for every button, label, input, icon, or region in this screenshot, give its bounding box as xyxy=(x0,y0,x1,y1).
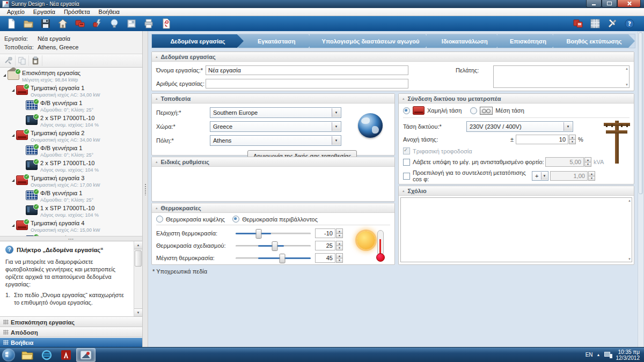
panel-header[interactable]: ▴ Σχόλιο xyxy=(399,186,634,196)
taskbar-ie-button[interactable] xyxy=(38,349,56,361)
cosphi-spinner[interactable]: ▲▼ xyxy=(588,171,595,181)
expand-arrow-icon[interactable] xyxy=(3,74,6,77)
tree-item-subproject[interactable]: Τμηματική εργασία 4Ονομαστική ισχύς AC: … xyxy=(0,220,142,234)
cell-temperature-radio[interactable] xyxy=(156,216,163,223)
tray-clock[interactable]: 10:35 πμ 12/3/2012 xyxy=(616,349,640,361)
tree-item-inverter[interactable]: 2 x STP 17000TL-10Λόγος ονομ. ισχύος: 10… xyxy=(0,160,142,174)
menu-help[interactable]: Βοήθεια xyxy=(95,9,123,15)
scroll-down-icon[interactable]: ▼ xyxy=(134,308,142,316)
tree-item-pv-generator[interactable]: Φ/Β γεννήτρια 1Αζιμούθιο: 0°; Κλίση: 25° xyxy=(0,145,142,159)
paste-button[interactable] xyxy=(29,55,42,66)
min-temperature-slider[interactable] xyxy=(236,228,311,238)
scroll-up-icon[interactable]: ▲ xyxy=(134,241,142,249)
design-temperature-input[interactable] xyxy=(315,241,335,250)
min-temperature-spinner[interactable]: ▲▼ xyxy=(336,228,343,238)
tray-language[interactable]: EN xyxy=(586,352,593,358)
wizard-step-cable-sizing[interactable]: Υπολογισμός διαστάσεων αγωγού xyxy=(310,34,432,48)
project-number-input[interactable] xyxy=(206,79,408,88)
tree-item-subproject[interactable]: Τμηματική εργασία 1Ονομαστική ισχύς AC: … xyxy=(0,85,142,99)
start-button[interactable] xyxy=(2,349,15,361)
accordion-help[interactable]: Βοήθεια xyxy=(0,337,142,348)
ambient-temperature-radio[interactable] xyxy=(232,216,239,223)
dropdown-arrow-icon[interactable]: ▼ xyxy=(332,136,340,145)
scroll-thumb[interactable] xyxy=(135,250,142,267)
module-database-button[interactable] xyxy=(588,17,602,30)
tree-item-subproject[interactable]: Τμηματική εργασία 2Ονομαστική ισχύς AC: … xyxy=(0,130,142,144)
minimize-button[interactable] xyxy=(586,0,602,8)
slider-thumb[interactable] xyxy=(272,241,277,251)
network-icon[interactable] xyxy=(604,352,612,358)
medium-voltage-radio[interactable] xyxy=(470,107,477,114)
tip-button[interactable] xyxy=(107,17,121,30)
expand-arrow-icon[interactable] xyxy=(12,224,14,227)
wizard-step-overview[interactable]: Επισκόπηση xyxy=(497,34,559,48)
tree-item-pv-generator[interactable]: Φ/Β γεννήτρια 1Αζιμούθιο: 0°; Κλίση: 25° xyxy=(0,190,142,204)
max-temperature-input[interactable] xyxy=(315,253,335,263)
design-temperature-slider[interactable] xyxy=(236,241,311,250)
panel-header[interactable]: ▴ Θερμοκρασίες xyxy=(152,203,394,213)
wizard-step-print-assistant[interactable]: Βοηθός εκτύπωσης xyxy=(553,34,635,48)
textarea-scroll-up-icon[interactable]: ▲ xyxy=(628,199,631,202)
max-temperature-spinner[interactable]: ▲▼ xyxy=(336,253,343,263)
dropdown-arrow-icon[interactable]: ▼ xyxy=(332,108,340,117)
help-scrollbar[interactable]: ▲ ▼ xyxy=(134,241,142,316)
slider-thumb[interactable] xyxy=(279,254,285,263)
dropdown-arrow-icon[interactable]: ▼ xyxy=(332,122,340,131)
help-button[interactable]: ? xyxy=(623,17,636,30)
close-button[interactable] xyxy=(617,0,641,8)
maximize-button[interactable] xyxy=(602,0,617,8)
dropdown-arrow-icon[interactable]: ▼ xyxy=(564,122,572,131)
min-temperature-input[interactable] xyxy=(315,228,335,238)
menu-file[interactable]: Αρχείο xyxy=(3,9,28,15)
project-name-input[interactable] xyxy=(206,65,408,75)
panel-header[interactable]: ▴ Δεδομένα εργασίας xyxy=(152,52,634,62)
wizard-step-installation[interactable]: Εγκατάσταση xyxy=(238,34,315,48)
customer-textarea[interactable]: ▲ ▼ xyxy=(493,65,630,88)
new-project-button[interactable] xyxy=(4,17,18,30)
menu-project[interactable]: Εργασία xyxy=(30,9,59,15)
city-dropdown[interactable]: Athens ▼ xyxy=(210,135,341,146)
comment-textarea[interactable]: ▲ ▼ xyxy=(400,197,632,262)
home-button[interactable] xyxy=(56,17,70,30)
voltage-tolerance-spinner[interactable]: ▲▼ xyxy=(569,135,576,144)
vertical-splitter[interactable] xyxy=(143,31,148,348)
unbalanced-load-checkbox[interactable] xyxy=(403,159,410,166)
accordion-project-overview[interactable]: Επισκόπηση εργασίας xyxy=(0,317,142,327)
country-dropdown[interactable]: Greece ▼ xyxy=(210,121,341,132)
print-button[interactable] xyxy=(142,17,156,30)
tree-item-pv-generator[interactable]: Φ/Β γεννήτρια 1Αζιμούθιο: 0°; Κλίση: 25° xyxy=(0,100,142,114)
unbalanced-load-spinner[interactable]: ▲▼ xyxy=(584,157,591,167)
inverter-database-button[interactable] xyxy=(571,17,585,30)
expand-arrow-icon[interactable] xyxy=(12,179,14,182)
voltage-tolerance-input[interactable] xyxy=(516,135,568,144)
report-button[interactable] xyxy=(125,17,138,30)
tray-up-arrow-icon[interactable]: ▲ xyxy=(597,353,601,357)
textarea-scroll-down-icon[interactable]: ▼ xyxy=(628,257,631,261)
grid-voltage-dropdown[interactable]: 230V (230V / 400V) ▼ xyxy=(466,121,573,132)
tree-item-inverter[interactable]: 2 x STP 17000TL-10Λόγος ονομ. ισχύος: 10… xyxy=(0,115,142,129)
panel-header[interactable]: ▴ Τοποθεσία xyxy=(152,94,394,104)
project-devices-button[interactable] xyxy=(73,17,87,30)
taskbar-explorer-button[interactable] xyxy=(18,349,36,361)
tree-item-inverter[interactable]: 1 x STP 17000TL-10Λόγος ονομ. ισχύος: 10… xyxy=(0,205,142,219)
three-phase-checkbox[interactable] xyxy=(403,147,410,154)
wizard-step-project-data[interactable]: Δεδομένα εργασίας xyxy=(152,34,244,48)
panel-header[interactable]: ▴ Ειδικές ρυθμίσεις xyxy=(152,157,394,167)
wizard-step-self-consumption[interactable]: Ιδιοκατανάλωση xyxy=(427,34,503,48)
unbalanced-load-input[interactable] xyxy=(545,157,584,167)
menu-extras[interactable]: Πρόσθετα xyxy=(60,9,94,15)
pdf-export-button[interactable] xyxy=(159,17,173,30)
copy-button[interactable] xyxy=(16,55,29,66)
save-project-button[interactable] xyxy=(39,17,53,30)
settings-button[interactable] xyxy=(605,17,619,30)
accordion-yield[interactable]: Απόδοση xyxy=(0,327,142,337)
tree-item-overview[interactable]: Επισκόπηση εργασίαςΜέγιστη ισχύς: 98,84 … xyxy=(0,70,142,84)
disconnect-button[interactable] xyxy=(2,55,16,66)
region-dropdown[interactable]: Southern Europe ▼ xyxy=(210,107,341,118)
cosphi-sign-dropdown[interactable]: + ▼ xyxy=(532,171,548,181)
slider-thumb[interactable] xyxy=(256,229,262,239)
horizontal-splitter[interactable]: ••• xyxy=(0,236,142,241)
expand-arrow-icon[interactable] xyxy=(12,134,14,137)
dropdown-arrow-icon[interactable]: ▼ xyxy=(541,172,547,180)
tree-item-pv-generator[interactable]: Φ/Β γεννήτρια 1Αζιμούθιο: 0°; Κλίση: 25° xyxy=(0,235,142,236)
